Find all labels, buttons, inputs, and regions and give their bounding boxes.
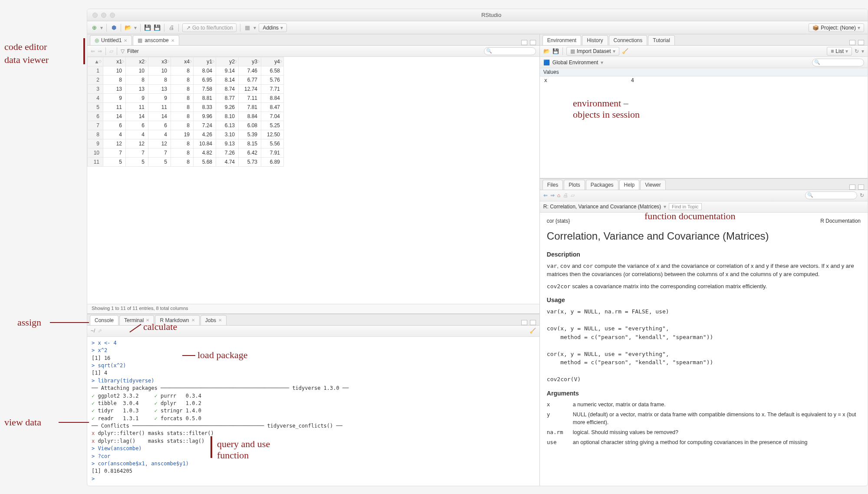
r-script-icon: ◎ [95, 37, 99, 43]
switch-dir-icon[interactable]: ⇗ [98, 328, 102, 334]
table-row[interactable]: 511111188.339.267.818.47 [88, 103, 284, 112]
maximize-pane-icon[interactable] [858, 184, 864, 190]
tab-files[interactable]: Files [542, 180, 563, 190]
data-search-input[interactable] [484, 47, 536, 55]
find-in-topic-input[interactable]: Find in Topic [669, 203, 702, 210]
tab-viewer[interactable]: Viewer [640, 180, 665, 190]
goto-file-input[interactable]: ↗ Go to file/function [182, 23, 237, 32]
popup-icon[interactable]: ▱ [109, 48, 113, 54]
help-back-icon[interactable]: ⇐ [543, 192, 548, 198]
column-header[interactable]: ▲◇ [88, 57, 103, 66]
tab-untitled1[interactable]: ◎ Untitled1 ✕ [90, 35, 132, 45]
help-h-args: Arguments [547, 389, 861, 398]
tab-environment[interactable]: Environment [542, 35, 581, 45]
help-usage: var(x, y = NULL, na.rm = FALSE, use) cov… [547, 307, 861, 384]
help-pkg: cor {stats} [547, 217, 570, 225]
filter-icon[interactable]: ▽ [121, 48, 125, 54]
addins-menu[interactable]: Addins ▾ [259, 23, 287, 32]
maximize-pane-icon[interactable] [530, 40, 536, 45]
column-header[interactable]: x2◇ [126, 57, 148, 66]
minimize-pane-icon[interactable] [849, 184, 855, 190]
open-file-icon[interactable]: 📂 [125, 24, 132, 31]
column-header[interactable]: y3◇ [239, 57, 261, 66]
column-header[interactable]: x3◇ [148, 57, 171, 66]
refresh-icon[interactable]: ↻ [860, 192, 864, 198]
close-window-button[interactable] [92, 13, 98, 18]
help-breadcrumb[interactable]: R: Correlation, Variance and Covariance … [543, 204, 661, 210]
print-icon[interactable]: 🖨 [563, 192, 568, 198]
console-output[interactable]: > x <- 4 > x^2 [1] 16 > sqrt(x^2) [1] 4 … [87, 337, 539, 486]
column-header[interactable]: y4◇ [261, 57, 284, 66]
tab-anscombe[interactable]: ▦ anscombe ✕ [133, 35, 179, 45]
forward-icon[interactable]: ⇒ [98, 48, 102, 54]
env-row[interactable]: x 4 [540, 76, 868, 84]
tab-jobs[interactable]: Jobs✕ [201, 315, 227, 325]
table-row[interactable]: 1155585.684.745.736.89 [88, 158, 284, 167]
column-header[interactable]: x1◇ [103, 57, 126, 66]
project-menu[interactable]: 📦 Project: (None) ▾ [809, 23, 864, 32]
minimize-pane-icon[interactable] [521, 320, 527, 325]
table-row[interactable]: 614141489.968.108.847.04 [88, 112, 284, 121]
home-icon[interactable]: ⌂ [557, 192, 560, 198]
list-grid-toggle[interactable]: ≡ List ▾ [827, 47, 852, 56]
r-logo-icon: 🟦 [543, 59, 550, 66]
tab-plots[interactable]: Plots [564, 180, 585, 190]
table-row[interactable]: 313131387.588.7412.747.71 [88, 85, 284, 94]
maximize-pane-icon[interactable] [530, 320, 536, 325]
refresh-icon[interactable]: ↻ [855, 48, 859, 54]
help-content[interactable]: cor {stats} R Documentation Correlation,… [540, 213, 868, 486]
close-icon[interactable]: ✕ [171, 38, 174, 43]
new-project-icon[interactable]: ⬢ [110, 24, 117, 31]
tab-connections[interactable]: Connections [609, 35, 648, 45]
save-workspace-icon[interactable]: 💾 [552, 48, 559, 54]
save-icon[interactable]: 💾 [144, 24, 151, 31]
save-all-icon[interactable]: 💾 [154, 24, 161, 31]
maximize-pane-icon[interactable] [858, 40, 864, 45]
clear-console-icon[interactable]: 🧹 [529, 328, 536, 334]
main-toolbar: ⊕ ▾ ⬢ 📂 ▾ 💾 💾 🖨 ↗ Go to file/function ▦ … [87, 21, 868, 34]
help-search-input[interactable] [805, 191, 857, 199]
tab-tutorial[interactable]: Tutorial [648, 35, 675, 45]
help-h-desc: Description [547, 250, 861, 259]
env-search-input[interactable] [812, 59, 864, 66]
zoom-window-button[interactable] [110, 13, 115, 18]
broom-icon[interactable]: 🧹 [622, 48, 628, 54]
tab-console[interactable]: Console [90, 315, 118, 325]
table-row[interactable]: 766687.246.136.085.25 [88, 121, 284, 130]
annotation-view-data: view data [4, 417, 41, 428]
import-dataset-menu[interactable]: ▦ Import Dataset ▾ [566, 47, 619, 56]
open-workspace-icon[interactable]: 📂 [543, 48, 550, 54]
data-viewer-grid[interactable]: ▲◇x1◇x2◇x3◇x4◇y1◇y2◇y3◇y4◇110101088.049.… [87, 57, 539, 304]
tab-packages[interactable]: Packages [586, 180, 618, 190]
print-icon[interactable]: 🖨 [168, 24, 175, 31]
annotation-assign: assign [17, 317, 41, 328]
tab-history[interactable]: History [582, 35, 608, 45]
column-header[interactable]: y1◇ [194, 57, 216, 66]
close-icon[interactable]: ✕ [124, 38, 127, 43]
tab-rmarkdown[interactable]: R Markdown✕ [155, 315, 199, 325]
arg-row: na.rmlogical. Should missing values be r… [547, 428, 861, 437]
grid-icon[interactable]: ▦ [244, 24, 251, 31]
new-file-icon[interactable]: ⊕ [91, 24, 98, 31]
column-header[interactable]: x4◇ [171, 57, 194, 66]
column-header[interactable]: y2◇ [216, 57, 239, 66]
table-row[interactable]: 110101088.049.147.466.58 [88, 66, 284, 76]
minimize-pane-icon[interactable] [521, 40, 527, 45]
table-row[interactable]: 499988.818.777.118.84 [88, 94, 284, 103]
tab-help[interactable]: Help [619, 180, 640, 190]
table-icon: ▦ [138, 37, 142, 43]
table-row[interactable]: 288886.958.146.775.76 [88, 76, 284, 85]
help-forward-icon[interactable]: ⇒ [550, 192, 555, 198]
arg-row: yNULL (default) or a vector, matrix or d… [547, 411, 861, 427]
table-row[interactable]: 9121212810.849.138.155.56 [88, 139, 284, 148]
console-cwd: ~/ [91, 328, 95, 334]
env-scope[interactable]: Global Environment [552, 59, 598, 66]
minimize-window-button[interactable] [101, 13, 106, 18]
back-icon[interactable]: ⇐ [91, 48, 95, 54]
tab-terminal[interactable]: Terminal✕ [119, 315, 154, 325]
minimize-pane-icon[interactable] [849, 40, 855, 45]
popout-icon[interactable]: ▱ [571, 192, 575, 198]
titlebar: RStudio [87, 9, 868, 21]
table-row[interactable]: 8444194.263.105.3912.50 [88, 130, 284, 139]
table-row[interactable]: 1077784.827.266.427.91 [88, 148, 284, 158]
